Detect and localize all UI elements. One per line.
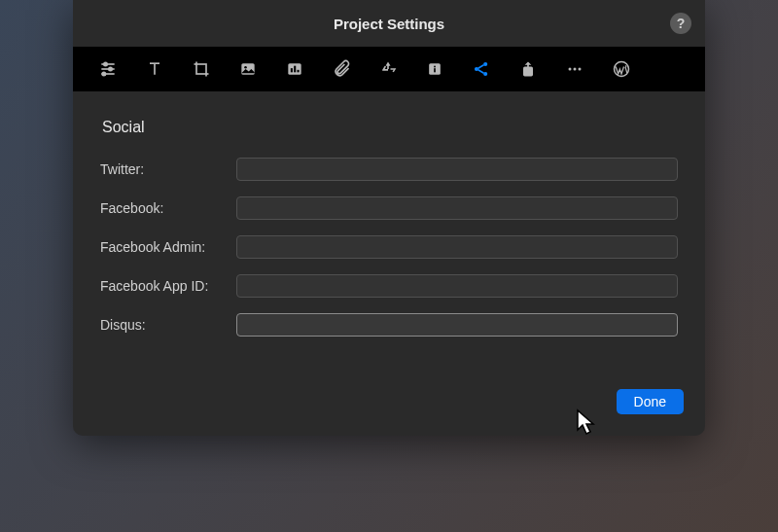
- svg-rect-16: [291, 68, 293, 72]
- field-row-disqus: Disqus:: [100, 313, 678, 337]
- svg-point-14: [244, 66, 247, 69]
- chart-icon[interactable]: [271, 47, 318, 91]
- info-icon[interactable]: [411, 47, 458, 91]
- facebook-input[interactable]: [236, 196, 678, 220]
- section-title: Social: [102, 119, 678, 136]
- titlebar: Project Settings ?: [73, 0, 705, 47]
- field-label: Disqus:: [100, 317, 236, 333]
- more-icon[interactable]: [551, 47, 598, 91]
- window-title: Project Settings: [334, 16, 444, 32]
- field-row-facebook-appid: Facebook App ID:: [100, 274, 678, 298]
- content-area: Social Twitter: Facebook: Facebook Admin…: [73, 91, 705, 372]
- field-row-facebook-admin: Facebook Admin:: [100, 235, 678, 259]
- disqus-input[interactable]: [236, 313, 678, 337]
- footer: Done: [73, 372, 705, 436]
- recycle-icon[interactable]: [365, 47, 411, 91]
- twitter-input[interactable]: [236, 158, 678, 181]
- attachment-icon[interactable]: [318, 47, 365, 91]
- done-button[interactable]: Done: [617, 389, 684, 414]
- svg-point-1: [104, 62, 107, 65]
- toolbar: [73, 47, 705, 91]
- field-label: Twitter:: [100, 161, 236, 177]
- svg-rect-20: [434, 68, 436, 72]
- field-label: Facebook:: [100, 200, 236, 216]
- crop-icon[interactable]: [178, 47, 225, 91]
- svg-point-28: [569, 68, 572, 71]
- svg-rect-8: [196, 64, 206, 74]
- svg-point-3: [109, 67, 112, 70]
- svg-rect-21: [434, 66, 436, 68]
- svg-point-30: [579, 68, 582, 71]
- svg-line-25: [478, 65, 484, 68]
- facebook-appid-input[interactable]: [236, 274, 678, 298]
- share-icon[interactable]: [458, 47, 505, 91]
- svg-point-29: [574, 68, 577, 71]
- wordpress-icon[interactable]: [598, 47, 645, 91]
- sliders-icon[interactable]: [85, 47, 131, 91]
- settings-window: Project Settings ?: [73, 0, 705, 436]
- facebook-admin-input[interactable]: [236, 235, 678, 259]
- help-button[interactable]: ?: [670, 13, 691, 34]
- field-row-facebook: Facebook:: [100, 196, 678, 220]
- upload-icon[interactable]: [505, 47, 551, 91]
- svg-point-5: [102, 72, 105, 75]
- image-icon[interactable]: [225, 47, 271, 91]
- field-label: Facebook Admin:: [100, 239, 236, 255]
- svg-rect-18: [298, 70, 300, 73]
- field-label: Facebook App ID:: [100, 278, 236, 294]
- text-icon[interactable]: [131, 47, 178, 91]
- svg-line-26: [478, 70, 484, 73]
- svg-rect-17: [294, 66, 296, 73]
- field-row-twitter: Twitter:: [100, 158, 678, 181]
